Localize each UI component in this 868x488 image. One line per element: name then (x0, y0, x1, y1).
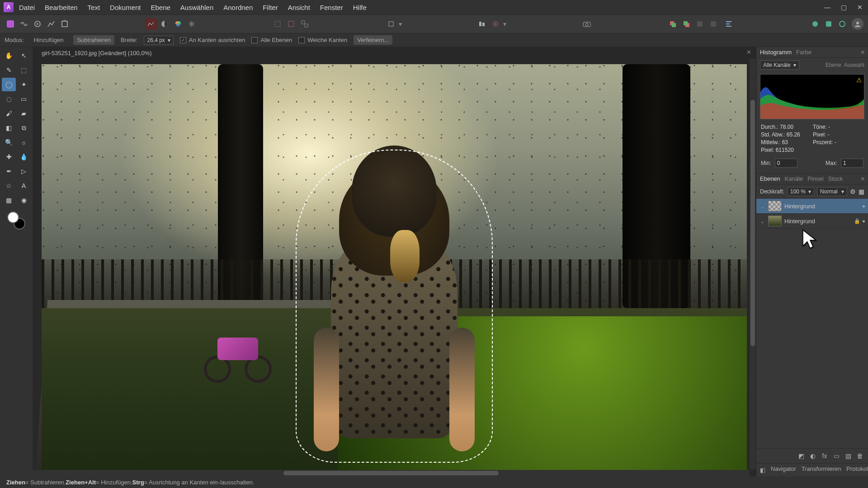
mode-add[interactable]: Hinzufügen (30, 35, 67, 45)
opacity-dropdown[interactable]: 100 %▾ (787, 187, 814, 196)
crop-tool-icon[interactable]: ⬚ (17, 63, 31, 77)
menu-ansicht[interactable]: Ansicht (288, 4, 310, 11)
panel-toggle-icon[interactable]: ◧ (760, 465, 765, 474)
hand-tool-icon[interactable]: ✋ (2, 49, 16, 62)
blur-tool-icon[interactable]: 💧 (17, 150, 31, 164)
color-picker-tool-icon[interactable]: ✎ (2, 63, 16, 77)
soft-edges-checkbox[interactable]: Weiche Kanten (298, 37, 347, 43)
tab-layers[interactable]: Ebenen (760, 175, 780, 182)
adjustment-icon[interactable]: ◐ (808, 451, 817, 460)
panel-menu-icon[interactable]: ≡ (861, 175, 864, 182)
tab-channels[interactable]: Kanäle (785, 175, 803, 182)
selection-quick-icon[interactable] (285, 18, 297, 30)
brush-tool-icon[interactable]: 🖌 (2, 107, 16, 120)
lock-icon[interactable]: ▦ (859, 188, 864, 195)
width-input[interactable]: 26,4 px▾ (144, 36, 173, 45)
autowb-icon[interactable] (186, 18, 198, 30)
persona-develop-icon[interactable] (32, 18, 43, 30)
menu-bearbeiten[interactable]: Bearbeiten (45, 4, 78, 11)
horizontal-scrollbar[interactable] (33, 470, 750, 476)
layer-row[interactable]: ⌄ Hintergrund ● (756, 199, 868, 214)
chevron-down-icon[interactable]: ▾ (503, 20, 506, 28)
close-tab-icon[interactable]: ✕ (746, 49, 751, 56)
cloud-icon[interactable] (836, 18, 848, 30)
persona-export-icon[interactable] (59, 18, 71, 30)
snap-dropdown-icon[interactable] (490, 18, 501, 30)
tab-navigator[interactable]: Navigator (771, 465, 796, 474)
marquee-tool-icon[interactable]: ▭ (17, 92, 31, 106)
persona-photo-icon[interactable] (5, 18, 16, 30)
group-icon[interactable]: ▭ (832, 451, 841, 460)
camera-icon[interactable] (581, 18, 593, 30)
all-layers-checkbox[interactable]: Alle Ebenen (251, 37, 292, 43)
selection-toggle-icon[interactable] (299, 18, 311, 30)
assistant-icon[interactable] (809, 18, 821, 30)
menu-ebene[interactable]: Ebene (151, 4, 170, 11)
delete-layer-icon[interactable]: 🗑 (855, 451, 864, 460)
persona-liquify-icon[interactable] (18, 18, 30, 30)
sync-icon[interactable] (823, 18, 835, 30)
shape-tool-icon[interactable]: ☆ (2, 179, 16, 192)
eraser-tool-icon[interactable]: ◧ (2, 121, 16, 135)
mesh-tool-icon[interactable]: ◉ (17, 193, 31, 207)
menu-filter[interactable]: Filter (263, 4, 278, 11)
fill-tool-icon[interactable]: ▰ (17, 107, 31, 120)
grid-tool-icon[interactable]: ▦ (2, 193, 16, 207)
tab-histogram[interactable]: Histogramm (760, 49, 792, 56)
visibility-icon[interactable]: ⌄ (759, 203, 765, 210)
tab-color[interactable]: Farbe (796, 49, 811, 56)
alignment-icon[interactable] (723, 18, 735, 30)
tab-brushes[interactable]: Pinsel (807, 175, 823, 182)
text-tool-icon[interactable]: A (17, 179, 31, 192)
color-swatch[interactable] (7, 211, 25, 230)
panel-menu-icon[interactable]: ≡ (861, 49, 864, 56)
vertical-scrollbar[interactable] (750, 59, 756, 469)
document-tab[interactable]: girl-535251_1920.jpg [Geändert] (100,0%) (37, 48, 156, 58)
tab-history[interactable]: Protokoll (846, 465, 868, 474)
tab-stock[interactable]: Stock (828, 175, 843, 182)
crop-dropdown-icon[interactable] (385, 18, 397, 30)
gear-icon[interactable]: ⚙ (850, 188, 856, 195)
dodge-tool-icon[interactable]: ☼ (17, 136, 31, 149)
histo-ebene-button[interactable]: Ebene (826, 62, 841, 68)
canvas-viewport[interactable] (33, 59, 756, 476)
histo-auswahl-button[interactable]: Auswahl (844, 62, 864, 68)
close-icon[interactable]: ✕ (855, 3, 864, 12)
autocontrast-icon[interactable] (159, 18, 170, 30)
node-tool-icon[interactable]: ▷ (17, 164, 31, 178)
autolevels-icon[interactable] (145, 18, 157, 30)
menu-auswaehlen[interactable]: Auswählen (180, 4, 213, 11)
pen-tool-icon[interactable]: ✒ (2, 164, 16, 178)
front-color-swatch[interactable] (7, 211, 19, 223)
lasso-tool-icon[interactable]: ◌ (2, 92, 16, 106)
visibility-icon[interactable]: ⌄ (759, 218, 765, 225)
chevron-down-icon[interactable]: ▾ (399, 20, 402, 28)
selection-show-icon[interactable] (272, 18, 283, 30)
snap-edges-checkbox[interactable]: An Kanten ausrichten (180, 37, 245, 43)
minimize-icon[interactable]: — (823, 3, 832, 12)
menu-anordnen[interactable]: Anordnen (223, 4, 253, 11)
maximize-icon[interactable]: ▢ (839, 3, 848, 12)
menu-datei[interactable]: Datei (19, 4, 35, 11)
zoom-tool-icon[interactable]: 🔍 (2, 136, 16, 149)
flood-select-tool-icon[interactable]: ✦ (17, 78, 31, 91)
channels-dropdown[interactable]: Alle Kanäle▾ (760, 61, 799, 70)
autocolor-icon[interactable] (172, 18, 184, 30)
tab-transform[interactable]: Transformieren (802, 465, 841, 474)
heal-tool-icon[interactable]: ✚ (2, 150, 16, 164)
clone-tool-icon[interactable]: ⧉ (17, 121, 31, 135)
min-input[interactable] (775, 159, 797, 168)
refine-button[interactable]: Verfeinern... (354, 35, 392, 45)
fx-icon[interactable]: fx (820, 451, 829, 460)
account-avatar-icon[interactable] (852, 18, 863, 30)
layer-row[interactable]: ⌄ Hintergrund 🔒 ● (756, 214, 868, 229)
menu-hilfe[interactable]: Hilfe (353, 4, 367, 11)
add-layer-icon[interactable]: ▧ (844, 451, 853, 460)
move-tool-icon[interactable]: ↖ (17, 49, 31, 62)
arrange-back-icon[interactable] (667, 18, 679, 30)
selection-brush-tool-icon[interactable]: ◯ (2, 78, 16, 91)
mode-subtract[interactable]: Subtrahieren (73, 35, 114, 45)
max-input[interactable] (841, 159, 863, 168)
arrange-front-icon[interactable] (680, 18, 692, 30)
blendmode-dropdown[interactable]: Normal▾ (817, 187, 847, 196)
